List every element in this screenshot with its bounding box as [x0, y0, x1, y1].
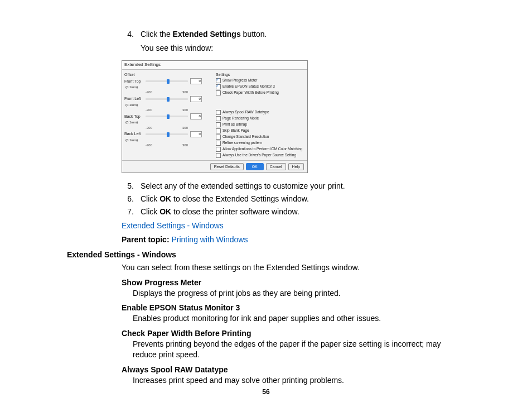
text: Click	[141, 207, 159, 216]
checkbox-icon	[216, 110, 221, 115]
slider-back-left: Back Left 0 (0.1mm)	[124, 131, 214, 142]
text: button.	[241, 30, 267, 39]
reset-defaults-button[interactable]: Reset Defaults	[210, 163, 244, 170]
slider-value[interactable]: 0	[190, 131, 202, 137]
chk-paper-source[interactable]: Always Use the Driver's Paper Source Set…	[216, 153, 305, 158]
def-term: Show Progress Meter	[122, 277, 465, 288]
slider-value[interactable]: 0	[190, 78, 202, 84]
checkbox-icon	[216, 141, 221, 146]
def-progress-meter: Show Progress Meter Displays the progres…	[122, 277, 465, 299]
def-desc: Increases print speed and may solve othe…	[133, 375, 465, 386]
offset-panel: Offset Front Top 0 (0.1mm) -300300 Front…	[124, 72, 214, 159]
dialog-title: Extended Settings	[122, 61, 307, 70]
checkbox-icon	[216, 116, 221, 121]
steps-list-b: 5. Select any of the extended settings t…	[122, 181, 465, 217]
chk-skip-blank[interactable]: Skip Blank Page	[216, 128, 305, 133]
step-body: Click OK to close the printer software w…	[141, 207, 465, 217]
step-5: 5. Select any of the extended settings t…	[122, 181, 465, 191]
slider-track[interactable]	[146, 80, 188, 82]
checkbox-icon	[216, 147, 221, 152]
step-4: 4. Click the Extended Settings button. Y…	[122, 29, 465, 57]
settings-panel: Settings Show Progress Meter Enable EPSO…	[216, 72, 305, 159]
slider-track[interactable]	[146, 98, 188, 100]
chk-resolution[interactable]: Change Standard Resolution	[216, 135, 305, 140]
step-body: Click the Extended Settings button. You …	[141, 29, 465, 57]
parent-topic-label: Parent topic:	[122, 235, 171, 244]
slider-back-top: Back Top 0 (0.1mm)	[124, 113, 214, 124]
link-parent-topic[interactable]: Printing with Windows	[171, 235, 248, 244]
checkbox-icon	[216, 84, 221, 89]
step-body: Select any of the extended settings to c…	[141, 181, 465, 191]
slider-range: -300300	[146, 143, 188, 147]
chk-show-progress[interactable]: Show Progress Meter	[216, 78, 305, 83]
def-term: Enable EPSON Status Monitor 3	[122, 303, 465, 313]
slider-front-left: Front Left 0 (0.1mm)	[124, 96, 214, 107]
definitions-list: Show Progress Meter Displays the progres…	[122, 277, 465, 386]
chk-label: Skip Blank Page	[223, 128, 249, 132]
chk-bitmap[interactable]: Print as Bitmap	[216, 122, 305, 127]
slider-unit: (0.1mm)	[125, 103, 138, 107]
slider-thumb[interactable]	[167, 79, 170, 84]
dialog-buttons: Reset Defaults OK Cancel Help	[122, 160, 307, 173]
checkbox-icon	[216, 78, 221, 83]
settings-label: Settings	[216, 72, 305, 77]
def-status-monitor: Enable EPSON Status Monitor 3 Enables pr…	[122, 303, 465, 324]
chk-label: Page Rendering Mode	[223, 116, 259, 120]
chk-label: Refine screening pattern	[223, 141, 262, 145]
chk-label: Allow Applications to Perform ICM Color …	[223, 147, 302, 151]
chk-icm[interactable]: Allow Applications to Perform ICM Color …	[216, 147, 305, 152]
def-desc: Prevents printing beyond the edges of th…	[133, 339, 465, 360]
slider-label: Front Left	[124, 96, 144, 101]
chk-status-monitor[interactable]: Enable EPSON Status Monitor 3	[216, 84, 305, 89]
min: -300	[146, 108, 152, 112]
slider-track[interactable]	[146, 116, 188, 117]
chk-page-rendering[interactable]: Page Rendering Mode	[216, 116, 305, 121]
section-heading: Extended Settings - Windows	[67, 250, 465, 260]
text: to close the Extended Settings window.	[171, 194, 309, 203]
extended-settings-dialog: Extended Settings Offset Front Top 0 (0.…	[122, 60, 308, 174]
chk-label: Change Standard Resolution	[223, 135, 269, 138]
ok-button[interactable]: OK	[246, 163, 264, 170]
step-number: 4.	[122, 29, 134, 57]
chk-paper-width[interactable]: Check Paper Width Before Printing	[216, 90, 305, 95]
steps-list-a: 4. Click the Extended Settings button. Y…	[122, 29, 465, 57]
slider-front-top: Front Top 0 (0.1mm)	[124, 78, 214, 89]
slider-range: -300300	[146, 126, 188, 130]
text: Click	[141, 194, 159, 203]
chk-raw[interactable]: Always Spool RAW Datatype	[216, 110, 305, 115]
def-desc: Enables product monitoring for ink and p…	[133, 313, 465, 324]
slider-label: Back Left	[124, 131, 144, 136]
bold-text: OK	[159, 207, 171, 216]
slider-thumb[interactable]	[167, 97, 170, 102]
slider-track[interactable]	[146, 133, 188, 135]
slider-unit: (0.1mm)	[125, 85, 138, 89]
bold-text: OK	[159, 194, 171, 203]
chk-label: Check Paper Width Before Printing	[223, 90, 279, 94]
chk-label: Always Spool RAW Datatype	[223, 110, 269, 114]
bold-text: Extended Settings	[173, 30, 241, 39]
chk-label: Always Use the Driver's Paper Source Set…	[223, 153, 296, 157]
cancel-button[interactable]: Cancel	[266, 163, 286, 170]
max: 300	[182, 108, 188, 112]
chk-label: Print as Bitmap	[223, 122, 247, 126]
slider-thumb[interactable]	[167, 114, 170, 119]
step-number: 5.	[122, 181, 134, 191]
max: 300	[182, 143, 188, 147]
text: to close the printer software window.	[171, 207, 299, 216]
max: 300	[182, 90, 188, 94]
checkbox-icon	[216, 128, 221, 133]
slider-value[interactable]: 0	[190, 113, 202, 119]
page-number: 56	[0, 387, 532, 396]
slider-range: -300300	[146, 90, 188, 94]
chk-refine-screen[interactable]: Refine screening pattern	[216, 141, 305, 146]
link-extended-settings[interactable]: Extended Settings - Windows	[122, 221, 224, 230]
help-button[interactable]: Help	[288, 163, 304, 170]
slider-thumb[interactable]	[167, 132, 170, 137]
slider-value[interactable]: 0	[190, 96, 202, 102]
checkbox-icon	[216, 153, 221, 158]
def-desc: Displays the progress of print jobs as t…	[133, 288, 465, 299]
slider-label: Back Top	[124, 114, 144, 119]
step-body: Click OK to close the Extended Settings …	[141, 194, 465, 204]
checkbox-icon	[216, 90, 221, 95]
def-term: Always Spool RAW Datatype	[122, 365, 465, 375]
